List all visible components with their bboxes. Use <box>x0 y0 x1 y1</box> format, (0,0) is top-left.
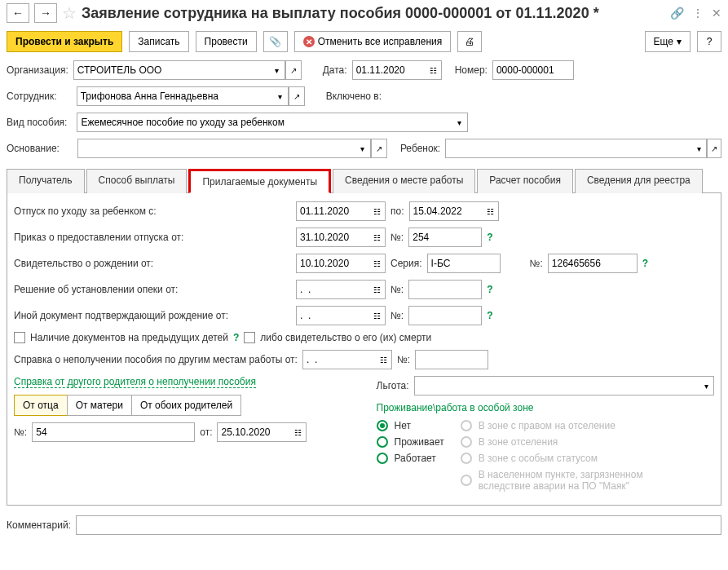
order-no-label: №: <box>390 232 404 243</box>
death-cert-checkbox[interactable] <box>244 332 255 343</box>
help-button[interactable]: ? <box>697 31 721 52</box>
basis-dropdown-button[interactable]: ▾ <box>355 139 371 158</box>
other-doc-cal-button[interactable]: ☷ <box>369 306 386 325</box>
print-button[interactable]: 🖨 <box>457 31 482 52</box>
employee-input[interactable] <box>77 86 272 106</box>
non-receipt-date-input[interactable] <box>302 350 376 369</box>
post-button[interactable]: Провести <box>196 31 257 52</box>
custody-hint-icon[interactable]: ? <box>487 284 492 295</box>
child-open-button[interactable]: ↗ <box>707 139 721 158</box>
order-hint-icon[interactable]: ? <box>487 232 492 243</box>
zone-reloc-radio <box>461 420 472 431</box>
comment-input[interactable] <box>76 515 721 535</box>
close-icon[interactable]: ✕ <box>712 7 721 20</box>
from-father-button[interactable]: От отца <box>14 395 68 416</box>
date-calendar-button[interactable]: ☷ <box>426 60 442 80</box>
from-mother-button[interactable]: От матери <box>67 395 132 416</box>
child-input[interactable] <box>445 139 692 158</box>
save-button[interactable]: Записать <box>129 31 188 52</box>
basis-input[interactable] <box>77 139 355 158</box>
ref-date-cal-button[interactable]: ☷ <box>290 422 307 442</box>
privilege-input[interactable] <box>414 376 699 395</box>
order-cal-button[interactable]: ☷ <box>369 228 386 247</box>
included-label: Включено в: <box>326 91 382 102</box>
page-title: Заявление сотрудника на выплату пособия … <box>82 5 665 22</box>
prev-children-hint-icon[interactable]: ? <box>233 332 239 343</box>
tab-registry[interactable]: Сведения для реестра <box>575 169 703 193</box>
tab-recipient[interactable]: Получатель <box>7 169 85 193</box>
leave-from-cal-button[interactable]: ☷ <box>369 201 386 221</box>
leave-to-cal-button[interactable]: ☷ <box>483 201 499 221</box>
zone-works-label: Работает <box>395 453 436 464</box>
custody-label: Решение об установлении опеки от: <box>14 284 291 295</box>
zone-lives-label: Проживает <box>395 436 444 448</box>
link-icon[interactable]: 🔗 <box>670 7 684 20</box>
custody-date-input[interactable] <box>296 280 369 299</box>
other-doc-date-input[interactable] <box>296 306 369 325</box>
birth-no-input[interactable] <box>548 254 638 273</box>
zone-no-radio[interactable] <box>377 420 388 431</box>
chevron-down-icon: ▾ <box>677 36 682 47</box>
zone-otsel-label: В зоне отселения <box>479 436 558 448</box>
tab-calculation[interactable]: Расчет пособия <box>477 169 573 193</box>
zone-no-label: Нет <box>395 420 411 431</box>
other-parent-link[interactable]: Справка от другого родителя о неполучени… <box>14 376 256 388</box>
from-both-button[interactable]: От обоих родителей <box>131 395 241 416</box>
birth-cert-date-input[interactable] <box>296 254 369 273</box>
more-button[interactable]: Еще ▾ <box>645 31 690 52</box>
order-date-input[interactable] <box>296 228 369 247</box>
comment-label: Комментарий: <box>7 519 71 531</box>
non-receipt-cal-button[interactable]: ☷ <box>376 350 392 369</box>
employee-open-button[interactable]: ↗ <box>289 86 305 106</box>
leave-from-input[interactable] <box>296 201 369 221</box>
favorite-star-icon[interactable]: ☆ <box>62 3 77 23</box>
other-doc-label: Иной документ подтверждающий рождение от… <box>14 310 291 321</box>
forward-button[interactable]: → <box>34 3 57 23</box>
non-receipt-no-input[interactable] <box>415 350 488 369</box>
benefit-type-label: Вид пособия: <box>7 117 67 128</box>
zone-mayak-radio <box>461 475 472 486</box>
series-input[interactable] <box>427 254 501 273</box>
other-doc-hint-icon[interactable]: ? <box>487 310 492 321</box>
zone-status-label: В зоне с особым статусом <box>479 453 598 464</box>
date-input[interactable] <box>352 60 426 80</box>
kebab-menu-icon[interactable]: ⋮ <box>692 7 704 20</box>
ref-no-input[interactable] <box>32 422 195 442</box>
zone-lives-radio[interactable] <box>377 436 388 448</box>
birth-hint-icon[interactable]: ? <box>642 258 648 269</box>
org-input[interactable] <box>73 60 269 80</box>
zone-otsel-radio <box>461 436 472 448</box>
tab-payment-method[interactable]: Способ выплаты <box>86 169 188 193</box>
benefit-type-dropdown-button[interactable]: ▾ <box>452 113 468 132</box>
birth-cert-cal-button[interactable]: ☷ <box>369 254 386 273</box>
zone-works-radio[interactable] <box>377 453 388 464</box>
birth-cert-label: Свидетельство о рождении от: <box>14 258 291 269</box>
privilege-label: Льгота: <box>377 380 409 391</box>
non-receipt-label: Справка о неполучении пособия по другим … <box>14 354 298 365</box>
custody-no-input[interactable] <box>408 280 482 299</box>
ref-date-input[interactable] <box>217 422 290 442</box>
org-dropdown-button[interactable]: ▾ <box>269 60 285 80</box>
leave-to-input[interactable] <box>409 201 483 221</box>
basis-open-button[interactable]: ↗ <box>371 139 387 158</box>
tab-documents[interactable]: Прилагаемые документы <box>188 169 331 193</box>
prev-children-checkbox[interactable] <box>14 332 25 343</box>
order-no-input[interactable] <box>408 228 482 247</box>
leave-from-label: Отпуск по уходу за ребенком с: <box>14 205 291 217</box>
attach-button[interactable]: 📎 <box>263 31 288 52</box>
child-dropdown-button[interactable]: ▾ <box>692 139 707 158</box>
org-open-button[interactable]: ↗ <box>285 60 302 80</box>
benefit-type-input[interactable] <box>77 113 452 132</box>
cancel-corrections-button[interactable]: ✕Отменить все исправления <box>294 31 452 52</box>
back-button[interactable]: ← <box>7 3 29 23</box>
paperclip-icon: 📎 <box>269 36 281 47</box>
post-and-close-button[interactable]: Провести и закрыть <box>7 31 122 52</box>
privilege-dropdown-button[interactable]: ▾ <box>699 376 714 395</box>
employee-dropdown-button[interactable]: ▾ <box>272 86 289 106</box>
number-input[interactable] <box>492 60 574 80</box>
custody-cal-button[interactable]: ☷ <box>369 280 386 299</box>
other-doc-no-input[interactable] <box>408 306 482 325</box>
non-receipt-no-label: №: <box>397 354 410 365</box>
basis-label: Основание: <box>7 143 60 154</box>
tab-workplace[interactable]: Сведения о месте работы <box>333 169 475 193</box>
